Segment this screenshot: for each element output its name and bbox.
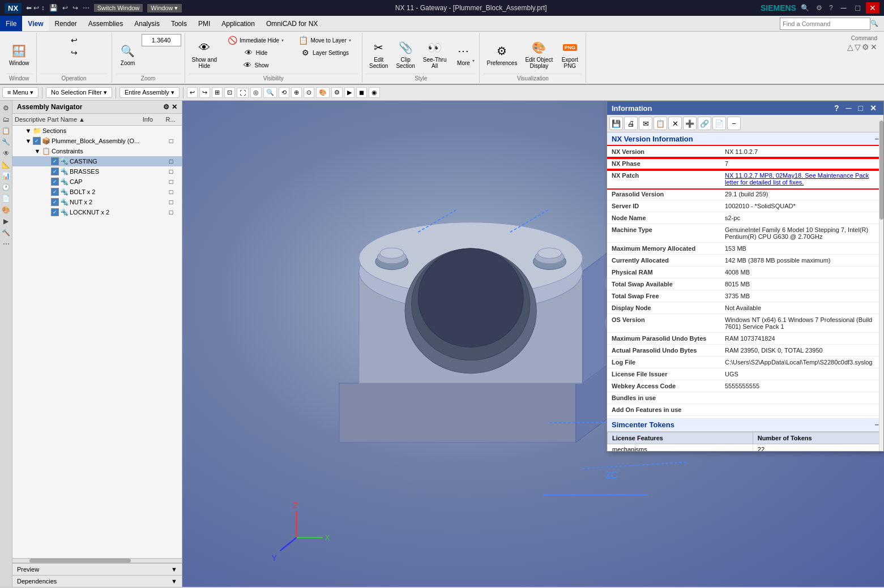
view-ctrl-12[interactable]: ⚙ bbox=[331, 87, 343, 98]
cap-checkbox[interactable]: ✓ bbox=[51, 178, 59, 186]
view-ctrl-13[interactable]: ▶ bbox=[344, 87, 355, 98]
left-icon-view[interactable]: 👁 bbox=[1, 148, 11, 158]
left-icon-measure[interactable]: 📐 bbox=[1, 160, 11, 170]
find-command-search[interactable]: 🔍 bbox=[774, 16, 884, 31]
preview-section[interactable]: Preview ▼ bbox=[12, 563, 182, 575]
info-help-btn[interactable]: ? bbox=[832, 104, 842, 113]
col-ref[interactable]: R... bbox=[159, 115, 182, 124]
tree-item-plummer[interactable]: ▼ ✓ 📦 Plummer_Block_Assembly (O... □ bbox=[12, 136, 182, 146]
view-ctrl-3[interactable]: ⊞ bbox=[212, 87, 223, 98]
zoom-input[interactable] bbox=[142, 34, 181, 46]
save-icon[interactable]: 💾 bbox=[49, 4, 58, 12]
maximize-btn[interactable]: □ bbox=[852, 2, 864, 14]
nav-hscroll[interactable] bbox=[12, 558, 182, 563]
ribbon-arrow-up[interactable]: △ bbox=[847, 42, 853, 51]
window-menu-btn[interactable]: Window ▾ bbox=[147, 4, 181, 12]
bolt-checkbox[interactable]: ✓ bbox=[51, 188, 59, 196]
view-ctrl-7[interactable]: 🔍 bbox=[263, 87, 277, 98]
window-controls-left[interactable]: ⬅ ↩ ↕ bbox=[26, 4, 45, 12]
tree-item-constraints[interactable]: ▼ 📋 Constraints bbox=[12, 146, 182, 156]
menu-file[interactable]: File bbox=[0, 16, 22, 31]
left-icon-part[interactable]: 🔧 bbox=[1, 137, 11, 147]
clip-section-btn[interactable]: 📎 ClipSection bbox=[392, 34, 418, 74]
move-to-layer-btn[interactable]: 📋 Move to Layer ▾ bbox=[291, 34, 358, 46]
sections-expand[interactable]: ▼ bbox=[25, 127, 32, 134]
undo-btn[interactable]: ↩ bbox=[40, 34, 108, 46]
left-icon-tools[interactable]: 🔨 bbox=[1, 228, 11, 238]
left-icon-settings[interactable]: ⚙ bbox=[1, 103, 11, 113]
find-command-input[interactable] bbox=[780, 18, 870, 30]
menu-tools[interactable]: Tools bbox=[165, 16, 193, 31]
col-name[interactable]: Descriptive Part Name ▲ bbox=[12, 115, 136, 124]
show-btn[interactable]: 👁 Show bbox=[221, 59, 289, 71]
left-icon-nav[interactable]: 🗂 bbox=[1, 114, 11, 125]
nut-checkbox[interactable]: ✓ bbox=[51, 198, 59, 206]
tree-item-nut[interactable]: ✓ 🔩 NUT x 2 □ bbox=[12, 197, 182, 207]
left-icon-layer[interactable]: 📄 bbox=[1, 194, 11, 204]
tree-item-brasses[interactable]: ✓ 🔩 BRASSES □ bbox=[12, 166, 182, 177]
hide-btn[interactable]: 👁 Hide bbox=[221, 46, 289, 59]
redo-btn[interactable]: ↪ bbox=[40, 46, 108, 59]
menu-omnicad[interactable]: OmniCAD for NX bbox=[260, 16, 323, 31]
ribbon-arrow-down[interactable]: ▽ bbox=[855, 42, 861, 51]
casting-checkbox[interactable]: ✓ bbox=[51, 157, 59, 165]
tree-item-casting[interactable]: ✓ 🔩 CASTING □ bbox=[12, 156, 182, 166]
menu-render[interactable]: Render bbox=[49, 16, 82, 31]
menu-assemblies[interactable]: Assemblies bbox=[83, 16, 129, 31]
window-btn[interactable]: 🪟 Window bbox=[6, 34, 33, 74]
menu-application[interactable]: Application bbox=[216, 16, 260, 31]
ribbon-close[interactable]: ✕ bbox=[870, 42, 877, 51]
view-ctrl-11[interactable]: 🎨 bbox=[316, 87, 330, 98]
col-info[interactable]: Info bbox=[136, 115, 159, 124]
edit-object-display-btn[interactable]: 🎨 Edit ObjectDisplay bbox=[522, 34, 556, 74]
switch-window-btn[interactable]: Switch Window bbox=[94, 4, 143, 12]
layer-settings-btn[interactable]: ⚙ Layer Settings bbox=[291, 46, 358, 59]
tree-item-sections[interactable]: ▼ 📁 Sections bbox=[12, 126, 182, 136]
simcenter-section-header[interactable]: Simcenter Tokens − bbox=[607, 418, 883, 432]
view-ctrl-8[interactable]: ⟲ bbox=[279, 87, 289, 98]
simcenter-collapse-btn[interactable]: − bbox=[874, 420, 879, 429]
view-ctrl-4[interactable]: ⊡ bbox=[224, 87, 235, 98]
info-save-btn[interactable]: 💾 bbox=[609, 117, 623, 130]
left-icon-render[interactable]: 🎨 bbox=[1, 205, 11, 215]
close-btn[interactable]: ✕ bbox=[866, 2, 879, 14]
brasses-checkbox[interactable]: ✓ bbox=[51, 168, 59, 175]
info-link-btn[interactable]: 🔗 bbox=[698, 117, 711, 130]
info-print-btn[interactable]: 🖨 bbox=[624, 117, 638, 130]
assembly-dropdown[interactable]: Entire Assembly ▾ bbox=[119, 87, 180, 98]
zoom-btn[interactable]: 🔍 Zoom bbox=[116, 34, 140, 74]
more-style-btn[interactable]: ⋯ More ▾ bbox=[451, 34, 476, 74]
nx-version-collapse-btn[interactable]: − bbox=[874, 135, 879, 143]
export-png-btn[interactable]: PNG ExportPNG bbox=[557, 34, 582, 74]
edit-section-btn[interactable]: ✂ EditSection bbox=[366, 34, 391, 74]
info-doc-btn[interactable]: 📄 bbox=[712, 117, 726, 130]
show-hide-btn[interactable]: 👁 Show andHide bbox=[189, 34, 220, 74]
nav-close-icon[interactable]: ✕ bbox=[172, 103, 177, 111]
info-collapse-btn[interactable]: − bbox=[727, 117, 741, 130]
left-icon-analyze[interactable]: 📊 bbox=[1, 171, 11, 181]
minimize-btn[interactable]: ─ bbox=[838, 2, 850, 14]
menu-view[interactable]: View bbox=[22, 16, 49, 31]
view-ctrl-15[interactable]: ◉ bbox=[369, 87, 380, 98]
constraints-expand[interactable]: ▼ bbox=[34, 148, 41, 154]
plummer-checkbox[interactable]: ✓ bbox=[33, 137, 41, 145]
view-ctrl-14[interactable]: ◼ bbox=[356, 87, 367, 98]
info-delete-btn[interactable]: ✕ bbox=[668, 117, 682, 130]
locknut-checkbox[interactable]: ✓ bbox=[51, 208, 59, 216]
redo-icon[interactable]: ↪ bbox=[72, 4, 78, 12]
view-ctrl-9[interactable]: ⊕ bbox=[291, 87, 302, 98]
menu-analysis[interactable]: Analysis bbox=[129, 16, 165, 31]
help-btn[interactable]: ? bbox=[827, 4, 835, 12]
view-ctrl-2[interactable]: ↪ bbox=[199, 87, 210, 98]
info-copy-btn[interactable]: 📋 bbox=[654, 117, 667, 130]
selection-filter-dropdown[interactable]: No Selection Filter ▾ bbox=[46, 87, 112, 98]
plummer-expand[interactable]: ▼ bbox=[25, 138, 32, 144]
menu-pmi[interactable]: PMI bbox=[193, 16, 216, 31]
info-content[interactable]: NX Version Information − NX Version NX 1… bbox=[607, 132, 883, 451]
extras-icon[interactable]: ⋯ bbox=[83, 4, 89, 12]
see-thru-btn[interactable]: 👀 See-ThruAll bbox=[420, 34, 450, 74]
info-minimize-btn[interactable]: ─ bbox=[844, 104, 854, 113]
nav-settings-icon[interactable]: ⚙ bbox=[163, 103, 169, 111]
undo-icon[interactable]: ↩ bbox=[62, 4, 68, 12]
info-maximize-btn[interactable]: □ bbox=[856, 104, 865, 113]
